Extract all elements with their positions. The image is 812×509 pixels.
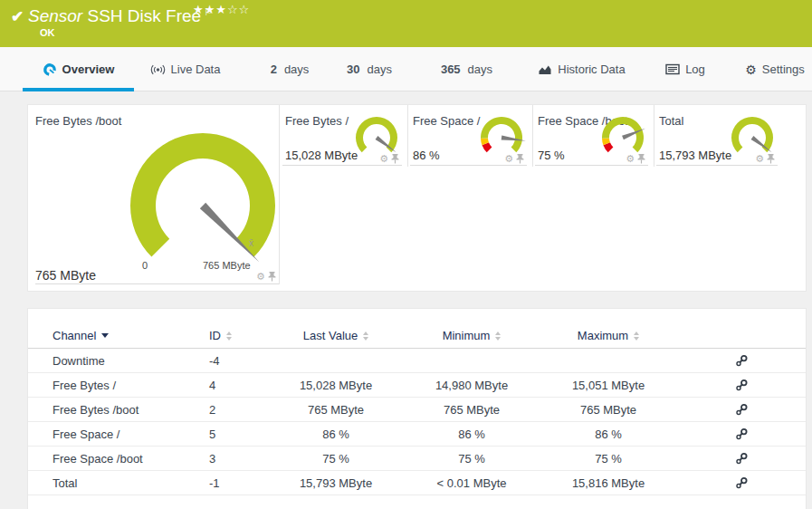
minimum-value: < 0.01 MByte <box>404 476 540 490</box>
divider <box>35 283 279 284</box>
mini-gauge-cell-free-space-root: Free Space / 86 % ⚙ <box>407 105 532 182</box>
last-value: 86 % <box>268 427 404 441</box>
last-value: 765 MByte <box>268 403 404 417</box>
page-title: SSH Disk Free <box>87 6 201 25</box>
column-label: Minimum <box>443 329 491 342</box>
minimum-value: 75 % <box>404 452 540 466</box>
last-value: 15,793 MByte <box>268 476 404 490</box>
edit-channel-wrench-icon[interactable] <box>735 452 748 465</box>
tab-number: 365 <box>441 62 461 76</box>
active-tab-underline <box>23 88 134 91</box>
priority-stars[interactable]: ★★★☆☆ <box>193 3 250 16</box>
mini-gauge-title: Free Bytes / <box>285 114 349 128</box>
tab-number: 30 <box>347 62 359 76</box>
sort-icon <box>226 331 232 341</box>
maximum-value: 765 MByte <box>540 403 677 417</box>
log-icon <box>665 63 680 75</box>
tab-historic-data[interactable]: Historic Data <box>530 47 634 91</box>
divider <box>535 165 648 166</box>
tab-2-days[interactable]: 2 days <box>258 47 321 91</box>
channel-id: 3 <box>209 452 268 466</box>
edit-channel-wrench-icon[interactable] <box>735 354 748 367</box>
channel-gear-icon[interactable]: ⚙ <box>626 154 635 164</box>
column-label: Maximum <box>578 329 628 342</box>
tab-overview[interactable]: Overview <box>23 47 134 91</box>
minimum-value: 86 % <box>404 427 540 441</box>
channel-id: 4 <box>209 379 268 392</box>
channel-gear-icon[interactable]: ⚙ <box>504 154 513 164</box>
sensor-title: Sensor SSH Disk Free⚐ <box>28 6 213 26</box>
column-label: ID <box>209 329 221 342</box>
tab-30-days[interactable]: 30 days <box>333 47 406 91</box>
edit-channel-wrench-icon[interactable] <box>735 379 748 391</box>
status-ok-check-icon: ✔ <box>11 7 24 26</box>
table-row-free-space-boot: Free Space /boot 3 75 % 75 % 75 % <box>28 447 806 471</box>
maximum-value: 86 % <box>540 427 677 441</box>
pin-icon[interactable] <box>637 153 645 164</box>
sensor-status-header: ✔ Sensor SSH Disk Free⚐ ★★★☆☆ OK <box>0 0 812 47</box>
average-marker: x̄ <box>249 238 253 248</box>
tab-live-data[interactable]: Live Data <box>138 47 233 91</box>
channel-name[interactable]: Free Bytes /boot <box>53 403 209 417</box>
edit-channel-wrench-icon[interactable] <box>735 427 748 440</box>
divider <box>654 105 654 167</box>
tab-settings[interactable]: ⚙ Settings <box>738 47 812 91</box>
divider <box>407 105 408 167</box>
tab-number: 2 <box>271 62 277 76</box>
channel-name[interactable]: Free Space / <box>53 427 209 441</box>
tab-label: days <box>368 62 392 76</box>
table-row-free-bytes-boot: Free Bytes /boot 2 765 MByte 765 MByte 7… <box>28 398 806 422</box>
channel-name[interactable]: Free Bytes / <box>53 379 209 392</box>
minimum-value: 765 MByte <box>404 403 540 417</box>
mini-gauge-title: Total <box>659 114 683 128</box>
tab-label: Log <box>685 62 705 76</box>
channel-name[interactable]: Downtime <box>53 354 209 368</box>
channel-gear-icon[interactable]: ⚙ <box>379 154 388 164</box>
primary-gauge-value: 765 MByte <box>35 268 96 283</box>
sort-icon <box>634 331 639 341</box>
table-row-total: Total -1 15,793 MByte < 0.01 MByte 15,81… <box>28 471 806 495</box>
column-header-channel[interactable]: Channel <box>53 329 209 342</box>
mini-gauge-value: 15,793 MByte <box>659 149 731 162</box>
last-value: 15,028 MByte <box>268 379 404 392</box>
tab-label: Live Data <box>171 62 221 76</box>
table-header-row: Channel ID Last Value Minimum Maximum <box>28 323 806 349</box>
mini-gauge-cell-total: Total 15,793 MByte ⚙ <box>654 105 783 182</box>
mini-gauge-value: 15,028 MByte <box>285 149 358 162</box>
table-row-downtime: Downtime -4 <box>28 349 806 373</box>
divider <box>532 105 533 167</box>
last-value: 75 % <box>268 452 404 466</box>
edit-channel-wrench-icon[interactable] <box>735 403 748 416</box>
maximum-value: 75 % <box>540 452 677 466</box>
pin-icon[interactable] <box>516 153 524 164</box>
pin-icon[interactable] <box>268 271 276 282</box>
edit-channel-wrench-icon[interactable] <box>735 476 748 489</box>
channel-gear-icon[interactable]: ⚙ <box>256 272 265 282</box>
channel-id: -4 <box>209 354 268 368</box>
mini-gauge-cell-free-bytes-root: Free Bytes / 15,028 MByte ⚙ <box>280 105 407 182</box>
column-header-maximum[interactable]: Maximum <box>540 329 677 342</box>
broadcast-icon <box>150 63 166 76</box>
divider <box>410 165 527 166</box>
divider <box>282 165 402 166</box>
column-header-minimum[interactable]: Minimum <box>404 329 540 342</box>
sort-icon <box>363 331 368 341</box>
tab-label: Settings <box>762 62 805 76</box>
column-header-last-value[interactable]: Last Value <box>268 329 404 342</box>
column-label: Channel <box>53 329 96 342</box>
channel-name[interactable]: Total <box>53 476 209 490</box>
tab-365-days[interactable]: 365 days <box>428 47 505 91</box>
tab-log[interactable]: Log <box>654 47 717 91</box>
channel-id: 2 <box>209 403 268 417</box>
channel-name[interactable]: Free Space /boot <box>53 452 209 466</box>
pin-icon[interactable] <box>391 153 399 164</box>
tab-bar: Overview Live Data 2 days 30 days 365 da… <box>0 47 812 91</box>
pin-icon[interactable] <box>767 153 775 164</box>
channel-gear-icon[interactable]: ⚙ <box>755 154 764 164</box>
mini-gauge-title: Free Space / <box>413 114 480 128</box>
tab-label: days <box>284 62 309 76</box>
mini-gauge-value: 86 % <box>413 149 440 162</box>
column-header-id[interactable]: ID <box>209 329 268 342</box>
sort-icon <box>495 331 501 341</box>
sensor-type-label: Sensor <box>28 6 82 25</box>
